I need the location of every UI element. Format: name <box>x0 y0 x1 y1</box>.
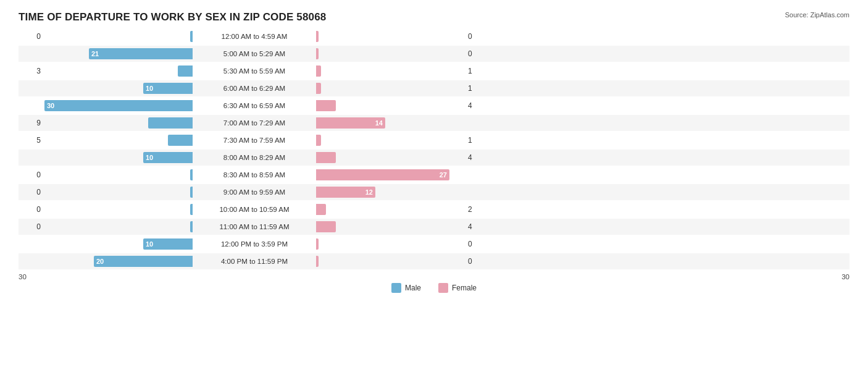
bar-row: 204:00 PM to 11:59 PM0 <box>19 253 849 269</box>
legend: Male Female <box>19 283 849 293</box>
male-value: 0 <box>19 188 44 196</box>
bar-row: 106:00 AM to 6:29 AM1 <box>19 80 849 96</box>
time-label: 11:00 AM to 11:59 AM <box>193 223 316 230</box>
chart-area: 012:00 AM to 4:59 AM0215:00 AM to 5:29 A… <box>19 28 849 269</box>
male-bar <box>190 187 193 198</box>
bar-row: 012:00 AM to 4:59 AM0 <box>19 28 849 44</box>
male-bar: 10 <box>143 238 193 250</box>
chart-title: TIME OF DEPARTURE TO WORK BY SEX IN ZIP … <box>19 11 849 23</box>
x-axis-left: 30 <box>19 273 27 281</box>
time-label: 5:30 AM to 5:59 AM <box>193 67 316 75</box>
male-bar <box>190 169 193 180</box>
bar-row: 57:30 AM to 7:59 AM1 <box>19 132 849 148</box>
bar-row: 011:00 AM to 11:59 AM4 <box>19 219 849 235</box>
male-value: 9 <box>19 119 44 127</box>
female-value: 0 <box>464 240 490 248</box>
time-label: 9:00 AM to 9:59 AM <box>193 188 316 196</box>
chart-container: TIME OF DEPARTURE TO WORK BY SEX IN ZIP … <box>0 0 868 367</box>
male-value: 0 <box>19 205 44 214</box>
male-bar <box>168 135 193 146</box>
time-label: 5:00 AM to 5:29 AM <box>193 50 316 57</box>
source-text: Source: ZipAtlas.com <box>785 11 849 19</box>
female-value: 1 <box>464 84 490 93</box>
bar-row: 010:00 AM to 10:59 AM2 <box>19 201 849 217</box>
female-value: 0 <box>464 49 490 58</box>
male-value: 0 <box>19 32 44 41</box>
male-legend-label: Male <box>405 284 421 292</box>
female-bar <box>316 65 321 77</box>
time-label: 12:00 PM to 3:59 PM <box>193 240 316 248</box>
male-value: 5 <box>19 136 44 145</box>
female-bar <box>316 31 319 42</box>
female-value: 1 <box>464 136 490 145</box>
time-label: 7:00 AM to 7:29 AM <box>193 119 316 127</box>
female-bar <box>316 135 321 146</box>
time-label: 4:00 PM to 11:59 PM <box>193 258 316 265</box>
male-value: 3 <box>19 67 44 75</box>
time-label: 7:30 AM to 7:59 AM <box>193 137 316 144</box>
male-bar: 10 <box>143 152 193 163</box>
female-bar <box>316 256 319 267</box>
female-bar <box>316 48 319 59</box>
bar-row: 108:00 AM to 8:29 AM4 <box>19 150 849 166</box>
x-axis-right: 30 <box>841 273 849 281</box>
bar-row: 08:30 AM to 8:59 AM27 <box>19 167 849 183</box>
male-bar <box>178 65 193 77</box>
x-axis: 30 30 <box>19 273 849 281</box>
female-bar: 27 <box>316 169 449 180</box>
female-bar <box>316 83 321 94</box>
bar-row: 1012:00 PM to 3:59 PM0 <box>19 236 849 252</box>
female-bar <box>316 221 336 232</box>
male-bar <box>190 204 193 215</box>
female-value: 4 <box>464 222 490 231</box>
male-bar <box>190 31 193 42</box>
female-legend-label: Female <box>452 284 477 292</box>
female-bar: 14 <box>316 117 385 129</box>
male-bar <box>190 221 193 232</box>
female-value: 0 <box>464 32 490 41</box>
male-bar <box>148 117 193 129</box>
bar-row: 35:30 AM to 5:59 AM1 <box>19 63 849 79</box>
male-legend-box <box>391 283 401 293</box>
time-label: 8:30 AM to 8:59 AM <box>193 171 316 179</box>
female-bar <box>316 204 326 215</box>
time-label: 10:00 AM to 10:59 AM <box>193 206 316 213</box>
female-value: 1 <box>464 67 490 75</box>
female-bar: 12 <box>316 187 375 198</box>
male-bar: 20 <box>94 256 193 267</box>
time-label: 6:30 AM to 6:59 AM <box>193 102 316 109</box>
legend-female: Female <box>438 283 477 293</box>
time-label: 12:00 AM to 4:59 AM <box>193 33 316 40</box>
time-label: 8:00 AM to 8:29 AM <box>193 154 316 161</box>
female-value: 4 <box>464 101 490 110</box>
time-label: 6:00 AM to 6:29 AM <box>193 85 316 92</box>
male-bar: 21 <box>89 48 193 59</box>
female-value: 2 <box>464 205 490 214</box>
bar-row: 09:00 AM to 9:59 AM12 <box>19 184 849 200</box>
female-bar <box>316 238 319 250</box>
bar-row: 215:00 AM to 5:29 AM0 <box>19 46 849 62</box>
legend-male: Male <box>391 283 421 293</box>
male-bar: 10 <box>143 83 193 94</box>
male-bar: 30 <box>44 100 193 111</box>
female-value: 0 <box>464 257 490 266</box>
female-bar <box>316 100 336 111</box>
bar-row: 306:30 AM to 6:59 AM4 <box>19 98 849 114</box>
bar-row: 97:00 AM to 7:29 AM14 <box>19 115 849 131</box>
male-value: 0 <box>19 222 44 231</box>
female-value: 4 <box>464 153 490 162</box>
male-value: 0 <box>19 171 44 179</box>
female-bar <box>316 152 336 163</box>
female-legend-box <box>438 283 448 293</box>
